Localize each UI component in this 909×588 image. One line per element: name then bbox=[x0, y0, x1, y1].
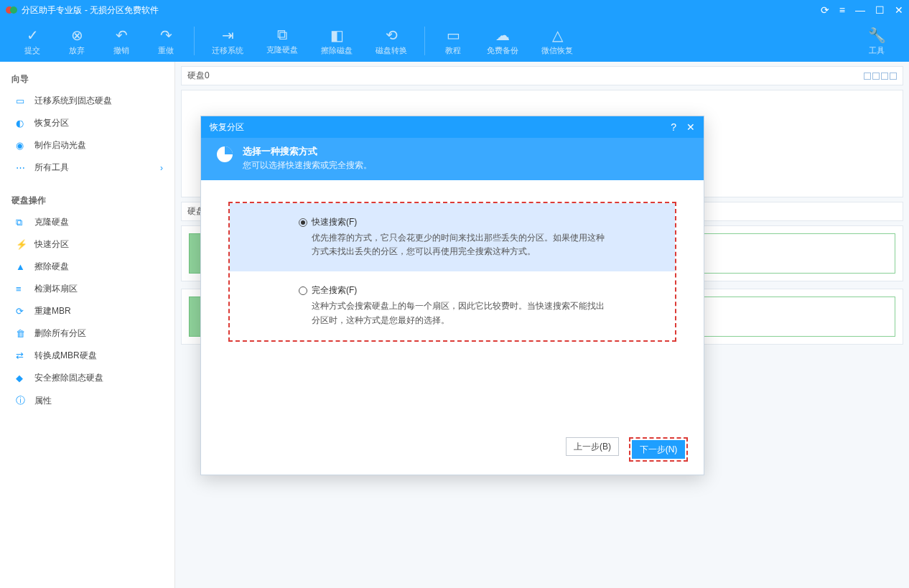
dialog-footer: 上一步(B) 下一步(N) bbox=[201, 427, 704, 475]
window-controls: ⟳ ≡ — ☐ ✕ bbox=[821, 4, 903, 16]
wechat-icon: △ bbox=[552, 27, 563, 44]
dialog-title: 恢复分区 bbox=[210, 121, 244, 134]
undo-icon: ↶ bbox=[116, 27, 128, 44]
swap-icon: ⇄ bbox=[16, 350, 29, 361]
cloud-icon: ☁ bbox=[495, 27, 510, 44]
titlebar: 分区助手专业版 - 无损分区免费软件 ⟳ ≡ — ☐ ✕ bbox=[0, 0, 909, 20]
wrench-icon: 🔧 bbox=[868, 27, 886, 44]
migrate-icon: ⇥ bbox=[222, 27, 234, 44]
trash-icon: 🗑 bbox=[16, 328, 29, 339]
refresh-icon[interactable]: ⟳ bbox=[821, 4, 829, 16]
app-subtitle: - 无损分区免费软件 bbox=[85, 4, 159, 17]
clone-icon: ⧉ bbox=[16, 217, 29, 228]
dialog-titlebar: 恢复分区 ? ✕ bbox=[201, 116, 704, 138]
dialog-header-sub: 您可以选择快速搜索或完全搜索。 bbox=[243, 159, 372, 172]
clone-disk-button[interactable]: ⧉克隆硬盘 bbox=[255, 22, 309, 60]
dialog-header-title: 选择一种搜索方式 bbox=[243, 145, 372, 158]
menu-icon[interactable]: ≡ bbox=[839, 4, 845, 16]
radio-quick-search[interactable] bbox=[299, 218, 307, 227]
clone-icon: ⧉ bbox=[277, 27, 287, 43]
dialog-body: 快速搜索(F) 优先推荐的方式，它只会花更少的时间来找出那些丢失的分区。如果使用… bbox=[201, 180, 704, 427]
book-icon: ▭ bbox=[447, 27, 460, 44]
convert-icon: ⟲ bbox=[386, 27, 398, 44]
view-toggle[interactable] bbox=[864, 73, 897, 80]
app-logo-icon bbox=[6, 4, 17, 16]
options-highlight: 快速搜索(F) 优先推荐的方式，它只会花更少的时间来找出那些丢失的分区。如果使用… bbox=[228, 202, 676, 342]
dots-icon: ⋯ bbox=[16, 162, 29, 173]
tools-button[interactable]: 🔧工具 bbox=[854, 22, 899, 60]
toolbar: ✓提交 ⊗放弃 ↶撤销 ↷重做 ⇥迁移系统 ⧉克隆硬盘 ◧擦除磁盘 ⟲磁盘转换 … bbox=[0, 20, 909, 62]
wipe-disk-button[interactable]: ◧擦除磁盘 bbox=[309, 22, 364, 60]
ssd-icon: ▭ bbox=[16, 95, 29, 106]
dialog-header: 选择一种搜索方式 您可以选择快速搜索或完全搜索。 bbox=[201, 138, 704, 180]
option-quick-search[interactable]: 快速搜索(F) 优先推荐的方式，它只会花更少的时间来找出那些丢失的分区。如果使用… bbox=[230, 203, 675, 271]
sidebar-item-secure-wipe-ssd[interactable]: ◆安全擦除固态硬盘 bbox=[0, 367, 174, 389]
sidebar-item-convert-mbr[interactable]: ⇄转换成MBR硬盘 bbox=[0, 345, 174, 367]
radio-full-search[interactable] bbox=[299, 286, 307, 295]
chevron-right-icon: › bbox=[160, 163, 163, 173]
option-quick-desc: 优先推荐的方式，它只会花更少的时间来找出那些丢失的分区。如果使用这种方式未找出丢… bbox=[299, 231, 606, 258]
next-button-highlight: 下一步(N) bbox=[629, 437, 688, 462]
help-icon[interactable]: ? bbox=[671, 121, 676, 133]
cancel-icon: ⊗ bbox=[71, 27, 83, 44]
sidebar-item-quick-partition[interactable]: ⚡快速分区 bbox=[0, 233, 174, 256]
sidebar-item-delete-all[interactable]: 🗑删除所有分区 bbox=[0, 322, 174, 345]
minimize-icon[interactable]: — bbox=[855, 4, 865, 16]
close-icon[interactable]: ✕ bbox=[895, 4, 903, 16]
svg-point-1 bbox=[10, 6, 17, 14]
erase-icon: ▲ bbox=[16, 261, 29, 272]
sidebar-item-recover-partition[interactable]: ◐恢复分区 bbox=[0, 112, 174, 134]
sidebar-item-bad-sector[interactable]: ≡检测坏扇区 bbox=[0, 278, 174, 300]
dialog-close-icon[interactable]: ✕ bbox=[686, 121, 695, 133]
scan-icon: ≡ bbox=[16, 284, 29, 294]
shield-icon: ◆ bbox=[16, 373, 29, 383]
sidebar-item-all-tools[interactable]: ⋯所有工具› bbox=[0, 157, 174, 179]
sidebar-item-rebuild-mbr[interactable]: ⟳重建MBR bbox=[0, 300, 174, 322]
diskops-header: 硬盘操作 bbox=[0, 189, 174, 211]
undo-button[interactable]: ↶撤销 bbox=[99, 22, 144, 60]
migrate-os-button[interactable]: ⇥迁移系统 bbox=[200, 22, 255, 60]
bolt-icon: ⚡ bbox=[16, 239, 29, 250]
app-title: 分区助手专业版 bbox=[22, 4, 82, 17]
disc-icon: ◉ bbox=[16, 140, 29, 151]
convert-disk-button[interactable]: ⟲磁盘转换 bbox=[364, 22, 419, 60]
recover-partition-dialog: 恢复分区 ? ✕ 选择一种搜索方式 您可以选择快速搜索或完全搜索。 快速搜索(F… bbox=[200, 116, 704, 475]
sidebar-item-wipe-disk[interactable]: ▲擦除硬盘 bbox=[0, 256, 174, 278]
commit-button[interactable]: ✓提交 bbox=[10, 22, 55, 60]
wechat-recover-button[interactable]: △微信恢复 bbox=[530, 22, 584, 60]
disk-label: 硬盘0 bbox=[187, 70, 210, 82]
wipe-icon: ◧ bbox=[330, 27, 344, 44]
check-icon: ✓ bbox=[27, 27, 39, 44]
sidebar-item-properties[interactable]: ⓘ属性 bbox=[0, 389, 174, 412]
option-full-search[interactable]: 完全搜索(F) 这种方式会搜索硬盘上的每一个扇区，因此它比较费时。当快速搜索不能… bbox=[230, 271, 675, 340]
sidebar-item-clone-disk[interactable]: ⧉克隆硬盘 bbox=[0, 211, 174, 233]
pie-icon bbox=[215, 145, 234, 164]
prev-button[interactable]: 上一步(B) bbox=[566, 437, 619, 456]
redo-icon: ↷ bbox=[160, 27, 172, 44]
tutorial-button[interactable]: ▭教程 bbox=[431, 22, 475, 60]
discard-button[interactable]: ⊗放弃 bbox=[55, 22, 99, 60]
maximize-icon[interactable]: ☐ bbox=[875, 4, 885, 16]
backup-button[interactable]: ☁免费备份 bbox=[475, 22, 530, 60]
sidebar-item-boot-disc[interactable]: ◉制作启动光盘 bbox=[0, 134, 174, 157]
pie-icon: ◐ bbox=[16, 118, 29, 129]
sidebar-item-migrate-ssd[interactable]: ▭迁移系统到固态硬盘 bbox=[0, 90, 174, 112]
option-full-desc: 这种方式会搜索硬盘上的每一个扇区，因此它比较费时。当快速搜索不能找出分区时，这种… bbox=[299, 299, 606, 327]
redo-button[interactable]: ↷重做 bbox=[144, 22, 188, 60]
next-button[interactable]: 下一步(N) bbox=[632, 440, 685, 459]
sidebar: 向导 ▭迁移系统到固态硬盘 ◐恢复分区 ◉制作启动光盘 ⋯所有工具› 硬盘操作 … bbox=[0, 62, 175, 588]
refresh-icon: ⟳ bbox=[16, 306, 29, 317]
wizard-header: 向导 bbox=[0, 67, 174, 90]
disk-header: 硬盘0 bbox=[181, 66, 903, 85]
info-icon: ⓘ bbox=[16, 394, 29, 407]
